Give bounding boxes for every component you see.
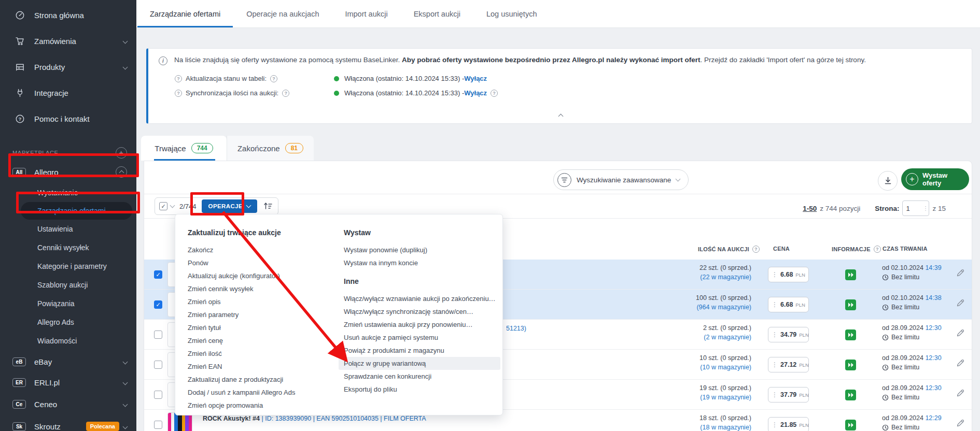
question-icon[interactable]: ? [270,75,277,82]
drag-handle-icon[interactable]: ⋮ [772,421,778,428]
sidebar-item-cenniki-wysylek[interactable]: Cenniki wysyłek [0,238,136,257]
sidebar-item-zamowienia[interactable]: Zamówienia [0,28,136,54]
menu-item[interactable]: Zmień opcje promowania [183,399,349,412]
select-all-checkbox[interactable]: ✓ [159,202,167,210]
sidebar-item-ebay[interactable]: eB eBay [0,351,136,372]
question-icon[interactable]: ? [282,90,289,97]
edit-pencil-icon[interactable] [956,328,965,339]
edit-pencil-icon[interactable] [956,389,965,399]
menu-item[interactable]: Zmień opis [183,295,349,308]
sidebar-item-zarzadzanie-ofertami[interactable]: Zarządzanie ofertami [21,202,132,220]
sidebar-item-ceneo[interactable]: Ce Ceneo [0,393,136,415]
price-cell[interactable]: ⋮37.79PLN [768,387,809,403]
start-time[interactable]: 12:30 [925,384,941,392]
download-button[interactable] [878,171,898,191]
wylacz-link[interactable]: Wyłącz [464,89,487,97]
stock-link[interactable]: (2 w magazynie) [683,334,751,341]
drag-handle-icon[interactable]: ⋮ [772,391,778,398]
row-checkbox[interactable]: ✓ [154,391,162,399]
menu-item[interactable]: Zmień ustawienia aukcji przy ponowieniu… [339,318,500,331]
sidebar-item-szablony-aukcji[interactable]: Szablony aukcji [0,276,136,294]
menu-item[interactable]: Dodaj / usuń z kampanii Allegro Ads [183,386,349,399]
sidebar-item-powiazania[interactable]: Powiązania [0,294,136,313]
sidebar-item-wystawianie[interactable]: Wystawianie [0,183,136,202]
start-time[interactable]: 12:30 [925,324,941,332]
menu-item[interactable]: Zmień ilość [183,347,349,360]
menu-item[interactable]: Wystaw na innym koncie [339,256,500,269]
fast-forward-icon[interactable] [845,329,856,340]
row-checkbox[interactable]: ✓ [154,331,162,339]
sidebar-item-wiadomosci[interactable]: Wiadomości [0,332,136,350]
offer-title[interactable]: ROCK Akustyk! #4 | ID: 1383939090 | EAN … [203,415,676,422]
tab-zakonczone[interactable]: Zakończone 81 [227,136,314,161]
page-spinner[interactable]: ⋮ [922,205,928,212]
start-time[interactable]: 12:29 [925,414,941,422]
sidebar-item-allegro[interactable]: All Allegro [0,161,136,183]
question-icon[interactable]: ? [491,90,498,97]
stock-link[interactable]: (10 w magazynie) [683,364,751,371]
add-marketplace-button[interactable]: + [116,147,127,159]
chevron-down-icon[interactable] [170,203,175,208]
sidebar-item-integracje[interactable]: Integracje [0,80,136,106]
question-icon[interactable]: ? [175,90,182,97]
banner-collapse-button[interactable] [559,111,563,120]
menu-item[interactable]: Eksportuj do pliku [339,383,500,396]
menu-item[interactable]: Zaktualizuj dane z produktyzacji [183,373,349,386]
tab-import-aukcji[interactable]: Import aukcji [332,0,400,27]
menu-item[interactable]: Zmień cenę [183,334,349,347]
sidebar-item-allegro-ads[interactable]: Allegro Ads [0,313,136,332]
sidebar-item-ustawienia[interactable]: Ustawienia [0,220,136,238]
stock-link[interactable]: (18 w magazynie) [683,424,751,431]
fast-forward-icon[interactable] [845,390,856,400]
menu-item[interactable]: Sprawdzanie cen konkurencji [339,370,500,383]
tab-zarzadzanie-ofertami[interactable]: Zarządzanie ofertami [137,0,233,27]
price-cell[interactable]: ⋮21.85PLN [768,417,809,431]
menu-item[interactable]: Usuń aukcje z pamięci systemu [339,331,500,344]
edit-pencil-icon[interactable] [956,268,965,279]
row-checkbox[interactable]: ✓ [154,421,162,429]
sort-button[interactable] [263,202,273,210]
drag-handle-icon[interactable]: ⋮ [772,301,778,308]
range-link[interactable]: 1-50 [803,205,817,212]
sidebar-item-pomoc[interactable]: ? Pomoc i kontakt [0,106,136,132]
menu-item[interactable]: Zmień cennik wysyłek [183,282,349,295]
advanced-search-button[interactable]: Wyszukiwanie zaawansowane [553,169,689,190]
fast-forward-icon[interactable] [845,360,856,370]
question-icon[interactable]: ? [752,246,760,253]
import-ofert-link[interactable]: import ofert [661,56,701,64]
sidebar-item-erli[interactable]: ER ERLI.pl [0,372,136,393]
menu-item[interactable]: Połącz w grupę wariantową [339,357,500,370]
menu-item[interactable]: Zakończ [183,243,349,256]
fast-forward-icon[interactable] [845,420,856,430]
price-cell[interactable]: ⋮27.12PLN [768,357,809,372]
price-cell[interactable]: ⋮34.79PLN [768,327,809,342]
menu-item[interactable]: Ponów [183,256,349,269]
sidebar-item-produkty[interactable]: Produkty [0,54,136,80]
menu-item[interactable]: Włącz/wyłącz synchronizację stanów/cen… [339,305,500,318]
drag-handle-icon[interactable]: ⋮ [772,361,778,368]
row-checkbox[interactable]: ✓ [154,361,162,369]
fast-forward-icon[interactable] [845,299,856,310]
stock-link[interactable]: (19 w magazynie) [683,394,751,401]
sidebar-item-skroutz[interactable]: Sk Skroutz Polecana [0,415,136,431]
sidebar-item-kategorie[interactable]: Kategorie i parametry [0,257,136,276]
sidebar-item-strona-glowna[interactable]: Strona główna [0,2,136,28]
menu-item[interactable]: Wystaw ponownie (duplikuj) [339,243,500,256]
start-time[interactable]: 12:30 [925,354,941,362]
tab-log-usunietych[interactable]: Log usuniętych [474,0,550,27]
price-cell[interactable]: ⋮6.68PLN [768,267,809,282]
page-input[interactable] [906,205,919,212]
stock-link[interactable]: (22 w magazynie) [683,274,751,281]
menu-item[interactable]: Zmień EAN [183,360,349,373]
tab-trwajace[interactable]: Trwające 744 [141,136,227,161]
tab-eksport-aukcji[interactable]: Eksport aukcji [401,0,473,27]
menu-item[interactable]: Aktualizuj aukcje (konfigurator) [183,269,349,282]
edit-pencil-icon[interactable] [956,298,965,309]
tab-operacje-na-aukcjach[interactable]: Operacje na aukcjach [234,0,331,27]
start-time[interactable]: 14:38 [925,294,941,301]
operacje-button[interactable]: OPERACJE [202,199,257,213]
row-checkbox[interactable]: ✓ [154,270,162,279]
price-cell[interactable]: ⋮6.68PLN [768,297,809,312]
fast-forward-icon[interactable] [845,269,856,280]
question-icon[interactable]: ? [175,75,182,82]
